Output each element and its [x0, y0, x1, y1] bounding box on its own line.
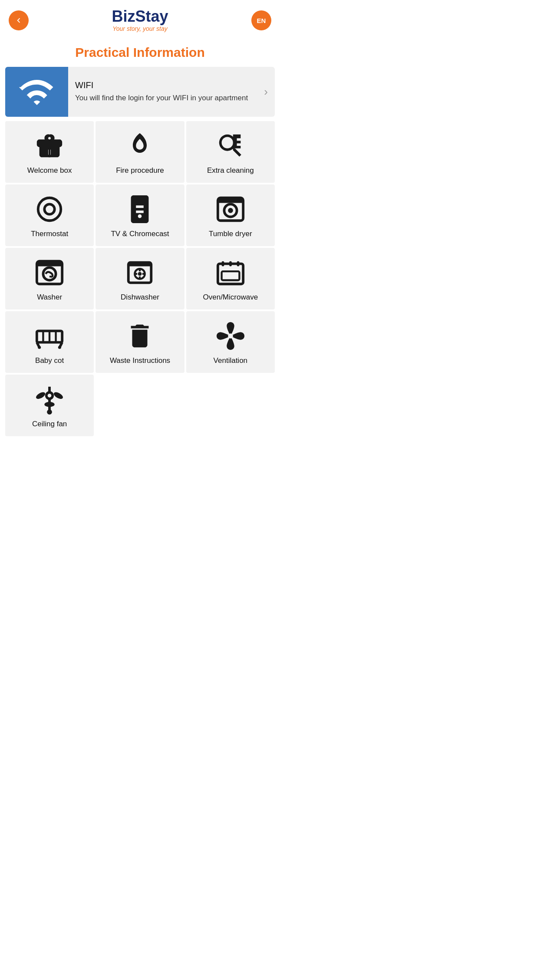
- logo: BizStay Your story, your stay: [112, 9, 168, 32]
- grid-label-ceiling-fan: Ceiling fan: [32, 420, 67, 428]
- fan-icon: [215, 321, 246, 351]
- dishwasher-icon: [125, 257, 155, 288]
- wifi-arrow-icon: ›: [264, 85, 268, 99]
- grid-item-ventilation[interactable]: Ventilation: [186, 311, 275, 373]
- back-button[interactable]: [9, 10, 29, 30]
- grid-item-baby-cot[interactable]: Baby cot: [5, 311, 94, 373]
- grid-label-oven-microwave: Oven/Microwave: [203, 293, 258, 302]
- svg-point-36: [35, 391, 46, 400]
- grid-item-ceiling-fan[interactable]: Ceiling fan: [5, 375, 94, 436]
- grid-label-thermostat: Thermostat: [31, 230, 68, 238]
- svg-point-37: [53, 391, 64, 400]
- items-grid: Welcome box Fire procedure Extra cleanin…: [0, 119, 280, 441]
- dryer-icon: [215, 194, 246, 224]
- svg-point-31: [38, 346, 41, 349]
- wifi-icon-box: [5, 67, 68, 117]
- wifi-text-box: WIFI You will find the login for your WI…: [68, 67, 275, 117]
- grid-item-welcome-box[interactable]: Welcome box: [5, 121, 94, 183]
- babycot-icon: [34, 321, 65, 351]
- grid-item-tumble-dryer[interactable]: Tumble dryer: [186, 184, 275, 246]
- grid-label-ventilation: Ventilation: [214, 356, 247, 365]
- grid-item-fire-procedure[interactable]: Fire procedure: [96, 121, 184, 183]
- trash-icon: [125, 321, 155, 351]
- grid-label-tv-chromecast: TV & Chromecast: [111, 230, 169, 238]
- grid-label-baby-cot: Baby cot: [35, 356, 64, 365]
- grid-item-oven-microwave[interactable]: Oven/Microwave: [186, 248, 275, 309]
- wifi-title: WIFI: [75, 80, 260, 90]
- svg-point-32: [58, 346, 61, 349]
- thermostat-icon: [34, 194, 65, 224]
- svg-rect-13: [128, 263, 152, 267]
- grid-item-extra-cleaning[interactable]: Extra cleaning: [186, 121, 275, 183]
- cleaning-icon: [215, 131, 246, 161]
- svg-point-33: [228, 333, 233, 339]
- wifi-description: You will find the login for your WIFI in…: [75, 93, 260, 103]
- header: BizStay Your story, your stay EN: [0, 0, 280, 36]
- fire-icon: [125, 131, 155, 161]
- svg-rect-24: [221, 271, 239, 280]
- grid-item-waste-instructions[interactable]: Waste Instructions: [96, 311, 184, 373]
- wifi-banner[interactable]: WIFI You will find the login for your WI…: [5, 67, 275, 117]
- oven-icon: [215, 257, 246, 288]
- remote-icon: [125, 194, 155, 224]
- grid-label-tumble-dryer: Tumble dryer: [209, 230, 252, 238]
- grid-label-fire-procedure: Fire procedure: [116, 166, 164, 175]
- grid-label-waste-instructions: Waste Instructions: [110, 356, 170, 365]
- grid-item-dishwasher[interactable]: Dishwasher: [96, 248, 184, 309]
- washer-icon: [34, 257, 65, 288]
- grid-label-extra-cleaning: Extra cleaning: [207, 166, 254, 175]
- svg-point-15: [138, 272, 142, 276]
- svg-rect-22: [229, 261, 232, 267]
- svg-rect-6: [218, 198, 243, 203]
- svg-point-8: [228, 208, 233, 213]
- grid-label-welcome-box: Welcome box: [27, 166, 72, 175]
- svg-rect-10: [37, 261, 62, 267]
- svg-point-4: [46, 205, 53, 213]
- logo-tagline: Your story, your stay: [112, 25, 168, 32]
- back-icon: [14, 16, 23, 25]
- svg-point-11: [43, 267, 56, 280]
- language-button[interactable]: EN: [251, 10, 271, 30]
- svg-point-34: [46, 392, 53, 399]
- ceilingfan-icon: [34, 384, 65, 415]
- grid-item-tv-chromecast[interactable]: TV & Chromecast: [96, 184, 184, 246]
- grid-item-washer[interactable]: Washer: [5, 248, 94, 309]
- grid-item-thermostat[interactable]: Thermostat: [5, 184, 94, 246]
- grid-label-washer: Washer: [37, 293, 62, 302]
- logo-name: BizStay: [112, 9, 168, 24]
- wifi-icon: [17, 72, 56, 112]
- page-title: Practical Information: [0, 45, 280, 60]
- svg-rect-21: [221, 261, 224, 267]
- grid-label-dishwasher: Dishwasher: [121, 293, 159, 302]
- svg-rect-23: [237, 261, 239, 267]
- svg-point-40: [47, 409, 52, 415]
- gift-icon: [34, 131, 65, 161]
